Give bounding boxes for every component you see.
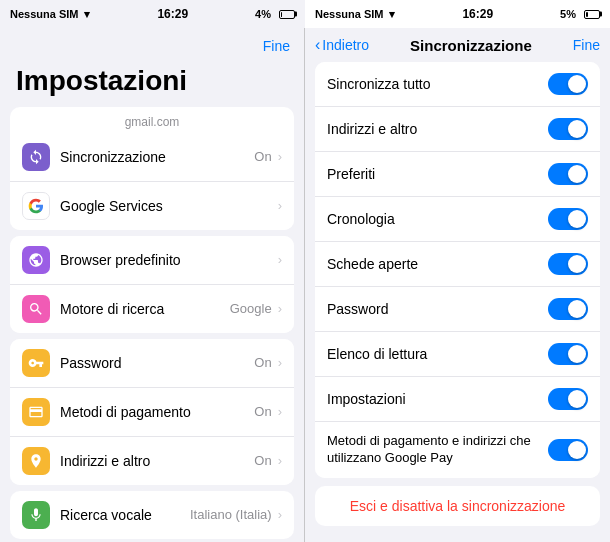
sync-item-metodi[interactable]: Metodi di pagamento e indirizzi che util… — [315, 422, 600, 478]
item-label-indirizzi: Indirizzi e altro — [60, 453, 254, 469]
item-value-sincronizzazione: On — [254, 149, 271, 164]
toggle-metodi[interactable] — [548, 439, 588, 461]
right-panel: Nessuna SIM ▾ 16:29 5% ‹ Indietro Sincro… — [305, 0, 610, 542]
toggle-password[interactable] — [548, 298, 588, 320]
page-header-left: Impostazioni — [0, 58, 304, 101]
chevron-icon: › — [278, 404, 282, 419]
chevron-icon: › — [278, 301, 282, 316]
search-icon — [22, 295, 50, 323]
sync-item-impostazioni[interactable]: Impostazioni — [315, 377, 600, 422]
logout-section: Esci e disattiva la sincronizzazione — [315, 486, 600, 526]
pin-icon — [22, 447, 50, 475]
back-button[interactable]: ‹ Indietro — [315, 36, 369, 54]
key-icon — [22, 349, 50, 377]
sync-icon — [22, 143, 50, 171]
time-left: 16:29 — [157, 7, 188, 21]
item-value-metodi: On — [254, 404, 271, 419]
toggle-impostazioni[interactable] — [548, 388, 588, 410]
sync-item-indirizzi[interactable]: Indirizzi e altro — [315, 107, 600, 152]
globe-icon — [22, 246, 50, 274]
gmail-label: gmail.com — [10, 107, 294, 133]
battery-icon-left — [279, 10, 295, 19]
settings-group-browser: Browser predefinito › Motore di ricerca … — [10, 236, 294, 333]
toggle-preferiti[interactable] — [548, 163, 588, 185]
settings-item-sincronizzazione[interactable]: Sincronizzazione On › — [10, 133, 294, 182]
toggle-tutto[interactable] — [548, 73, 588, 95]
chevron-icon: › — [278, 149, 282, 164]
settings-group-password: Password On › Metodi di pagamento On › I… — [10, 339, 294, 485]
battery-right: 5% — [560, 8, 576, 20]
sync-item-schede[interactable]: Schede aperte — [315, 242, 600, 287]
carrier-left: Nessuna SIM — [10, 8, 78, 20]
nav-title: Sincronizzazione — [410, 37, 532, 54]
settings-item-browser[interactable]: Browser predefinito › — [10, 236, 294, 285]
settings-item-google-services[interactable]: Google Services › — [10, 182, 294, 230]
battery-left: 4% — [255, 8, 271, 20]
page-title: Impostazioni — [16, 66, 288, 97]
settings-item-metodi[interactable]: Metodi di pagamento On › — [10, 388, 294, 437]
fine-button-left[interactable]: Fine — [263, 38, 290, 54]
google-icon — [22, 192, 50, 220]
logout-label: Esci e disattiva la sincronizzazione — [350, 498, 566, 514]
battery-icon-right — [584, 10, 600, 19]
item-label-metodi: Metodi di pagamento — [60, 404, 254, 420]
sync-item-tutto[interactable]: Sincronizza tutto — [315, 62, 600, 107]
sync-item-cronologia[interactable]: Cronologia — [315, 197, 600, 242]
item-label-password: Password — [60, 355, 254, 371]
sync-label-preferiti: Preferiti — [327, 165, 548, 183]
logout-button[interactable]: Esci e disattiva la sincronizzazione — [315, 486, 600, 526]
chevron-icon: › — [278, 507, 282, 522]
toggle-schede[interactable] — [548, 253, 588, 275]
item-value-ricerca-vocale: Italiano (Italia) — [190, 507, 272, 522]
right-nav-bar: ‹ Indietro Sincronizzazione Fine — [305, 32, 610, 58]
sync-item-password[interactable]: Password — [315, 287, 600, 332]
sync-label-impostazioni: Impostazioni — [327, 390, 548, 408]
sync-item-elenco[interactable]: Elenco di lettura — [315, 332, 600, 377]
item-value-indirizzi: On — [254, 453, 271, 468]
item-value-password: On — [254, 355, 271, 370]
chevron-icon: › — [278, 355, 282, 370]
item-value-motore: Google — [230, 301, 272, 316]
sync-settings-list: Sincronizza tutto Indirizzi e altro Pref… — [315, 62, 600, 478]
settings-group-account: gmail.com Sincronizzazione On › Google S… — [10, 107, 294, 230]
settings-item-ricerca-vocale[interactable]: Ricerca vocale Italiano (Italia) › — [10, 491, 294, 539]
settings-group-voice: Ricerca vocale Italiano (Italia) › — [10, 491, 294, 539]
left-nav: Fine — [0, 32, 304, 58]
chevron-icon: › — [278, 198, 282, 213]
item-label-ricerca-vocale: Ricerca vocale — [60, 507, 190, 523]
item-label-browser: Browser predefinito — [60, 252, 276, 268]
status-bar-left: Nessuna SIM ▾ 16:29 4% — [0, 0, 305, 28]
sync-label-password: Password — [327, 300, 548, 318]
left-panel: Nessuna SIM ▾ 16:29 4% Fine Impostazioni… — [0, 0, 305, 542]
sync-item-preferiti[interactable]: Preferiti — [315, 152, 600, 197]
toggle-indirizzi[interactable] — [548, 118, 588, 140]
item-label-google-services: Google Services — [60, 198, 276, 214]
back-label[interactable]: Indietro — [322, 37, 369, 53]
toggle-cronologia[interactable] — [548, 208, 588, 230]
wifi-right: ▾ — [389, 8, 395, 21]
item-label-sincronizzazione: Sincronizzazione — [60, 149, 254, 165]
settings-item-password[interactable]: Password On › — [10, 339, 294, 388]
sync-label-elenco: Elenco di lettura — [327, 345, 548, 363]
wifi-left: ▾ — [84, 8, 90, 21]
chevron-icon: › — [278, 252, 282, 267]
sync-label-indirizzi: Indirizzi e altro — [327, 120, 548, 138]
mic-icon — [22, 501, 50, 529]
settings-item-indirizzi[interactable]: Indirizzi e altro On › — [10, 437, 294, 485]
carrier-right: Nessuna SIM — [315, 8, 383, 20]
card-icon — [22, 398, 50, 426]
status-bar-right: Nessuna SIM ▾ 16:29 5% — [305, 0, 610, 28]
settings-item-motore[interactable]: Motore di ricerca Google › — [10, 285, 294, 333]
toggle-elenco[interactable] — [548, 343, 588, 365]
sync-label-schede: Schede aperte — [327, 255, 548, 273]
item-label-motore: Motore di ricerca — [60, 301, 230, 317]
chevron-icon: › — [278, 453, 282, 468]
sync-label-tutto: Sincronizza tutto — [327, 75, 548, 93]
chevron-back-icon: ‹ — [315, 36, 320, 54]
fine-button-right[interactable]: Fine — [573, 37, 600, 53]
sync-label-metodi: Metodi di pagamento e indirizzi che util… — [327, 433, 548, 467]
time-right: 16:29 — [462, 7, 493, 21]
sync-label-cronologia: Cronologia — [327, 210, 548, 228]
